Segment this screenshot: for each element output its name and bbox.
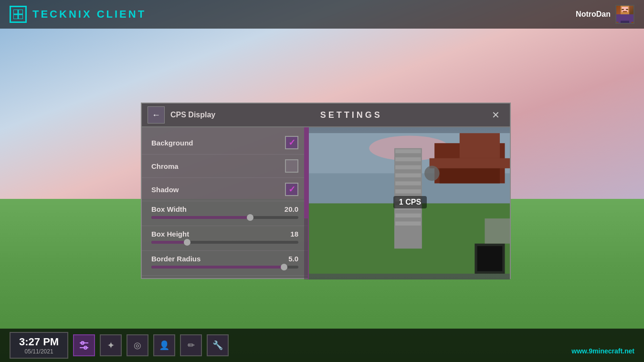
setting-row-shadow: Shadow: [142, 178, 308, 201]
back-arrow-icon: ←: [152, 110, 160, 120]
sliders-icon: [79, 340, 89, 351]
box-width-thumb: [247, 214, 253, 221]
scroll-indicator[interactable]: [304, 127, 308, 279]
border-radius-value: 5.0: [288, 255, 298, 263]
logo-text: TECKNIX CLIENT: [32, 8, 146, 21]
close-icon: ✕: [492, 109, 500, 121]
edit-icon: ✏: [188, 340, 195, 351]
location-bottom-button[interactable]: ◎: [127, 334, 148, 356]
svg-rect-5: [622, 9, 624, 10]
border-radius-fill: [151, 266, 285, 269]
svg-rect-18: [460, 133, 500, 158]
svg-rect-34: [477, 246, 503, 271]
svg-rect-35: [485, 218, 510, 244]
svg-rect-12: [625, 21, 629, 23]
border-radius-header: Border Radius 5.0: [151, 255, 298, 263]
svg-rect-31: [395, 221, 421, 225]
slider-row-box-height: Box Height 18: [142, 226, 308, 251]
time-display: 3:27 PM 05/11/2021: [10, 332, 68, 359]
svg-rect-25: [395, 173, 421, 177]
back-button[interactable]: ←: [148, 106, 165, 124]
setting-row-chroma: Chroma: [142, 155, 308, 178]
watermark: www.9minecraft.net: [571, 347, 634, 355]
svg-rect-6: [626, 9, 628, 10]
cps-text: 1 CPS: [399, 198, 421, 206]
move-icon: ✦: [107, 340, 115, 351]
shadow-checkbox[interactable]: [285, 183, 298, 196]
slider-row-box-width: Box Width 20.0: [142, 201, 308, 226]
location-icon: ◎: [134, 340, 141, 351]
modal-body: Background Chroma Shadow Box Width 20.0: [142, 127, 510, 279]
person-icon: 👤: [159, 340, 169, 351]
svg-rect-20: [430, 158, 510, 168]
svg-rect-27: [395, 189, 421, 193]
person-bottom-button[interactable]: 👤: [153, 334, 175, 356]
move-bottom-button[interactable]: ✦: [100, 334, 122, 356]
username: NotroDan: [576, 10, 611, 19]
setting-row-background: Background: [142, 131, 308, 155]
logo-icon: [10, 6, 27, 23]
date-text: 05/11/2021: [19, 348, 59, 355]
svg-rect-26: [395, 181, 421, 185]
border-radius-slider[interactable]: [151, 266, 298, 269]
svg-rect-11: [621, 21, 625, 23]
svg-rect-23: [395, 157, 421, 161]
box-width-fill: [151, 216, 251, 219]
svg-rect-7: [623, 11, 627, 12]
svg-rect-24: [395, 165, 421, 169]
svg-rect-0: [13, 10, 23, 19]
settings-title: SETTINGS: [215, 110, 487, 120]
module-name: CPS Display: [170, 111, 215, 119]
time-text: 3:27 PM: [19, 336, 59, 348]
svg-rect-22: [395, 149, 421, 153]
svg-point-32: [424, 166, 440, 181]
scroll-thumb[interactable]: [304, 127, 308, 218]
logo-area: TECKNIX CLIENT: [10, 6, 146, 23]
box-height-slider[interactable]: [151, 241, 298, 244]
settings-panel: Background Chroma Shadow Box Width 20.0: [142, 127, 309, 279]
close-button[interactable]: ✕: [487, 106, 504, 124]
wrench-bottom-button[interactable]: 🔧: [207, 334, 229, 356]
svg-rect-10: [629, 14, 633, 22]
box-height-thumb: [184, 239, 190, 246]
box-height-value: 18: [290, 230, 298, 238]
wrench-icon: 🔧: [212, 340, 223, 351]
settings-modal: ← CPS Display SETTINGS ✕ Background Chro…: [141, 103, 511, 279]
box-width-label: Box Width: [151, 205, 285, 213]
shadow-label: Shadow: [151, 186, 285, 194]
box-height-fill: [151, 241, 188, 244]
avatar: [615, 5, 634, 24]
border-radius-label: Border Radius: [151, 255, 288, 263]
cps-display: 1 CPS: [393, 196, 427, 208]
chroma-checkbox[interactable]: [285, 159, 298, 173]
svg-rect-9: [616, 14, 621, 22]
svg-rect-30: [395, 214, 421, 217]
bottom-bar: 3:27 PM 05/11/2021 ✦ ◎ 👤 ✏ 🔧: [0, 329, 644, 362]
border-radius-thumb: [281, 264, 287, 270]
chroma-label: Chroma: [151, 162, 285, 170]
edit-bottom-button[interactable]: ✏: [180, 334, 202, 356]
box-width-value: 20.0: [285, 205, 298, 213]
box-height-header: Box Height 18: [151, 230, 298, 238]
slider-row-border-radius: Border Radius 5.0: [142, 251, 308, 276]
settings-bottom-button[interactable]: [73, 334, 95, 356]
box-width-header: Box Width 20.0: [151, 205, 298, 213]
box-height-label: Box Height: [151, 230, 290, 238]
box-width-slider[interactable]: [151, 216, 298, 219]
background-label: Background: [151, 139, 285, 147]
user-area: NotroDan: [576, 5, 634, 24]
background-checkbox[interactable]: [285, 136, 298, 149]
preview-panel: 1 CPS: [309, 127, 510, 279]
modal-header: ← CPS Display SETTINGS ✕: [142, 103, 510, 127]
top-bar: TECKNIX CLIENT NotroDan: [0, 0, 644, 29]
